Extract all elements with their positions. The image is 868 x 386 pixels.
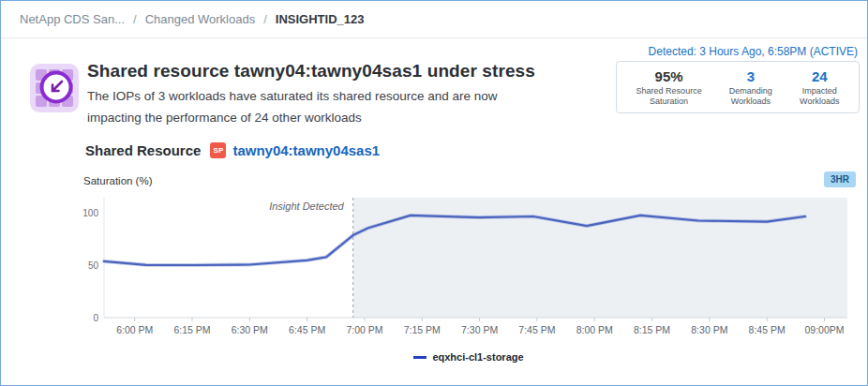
svg-text:8:15 PM: 8:15 PM [634, 324, 670, 335]
stat-demanding-workloads: 3 Demanding Workloads [729, 68, 772, 107]
insight-description-line1: The IOPs of 3 workloads have saturated i… [87, 89, 497, 103]
storage-pool-icon: SP [210, 142, 226, 158]
stat-label: Impacted Workloads [800, 86, 839, 107]
svg-text:6:30 PM: 6:30 PM [232, 324, 268, 335]
breadcrumb: NetApp CDS San... / Changed Workloads / … [1, 1, 867, 38]
svg-text:09:00PM: 09:00PM [804, 324, 844, 335]
svg-text:0: 0 [93, 313, 98, 323]
svg-text:100: 100 [83, 208, 98, 218]
insight-stats-box: 95% Shared Resource Saturation 3 Demandi… [616, 61, 860, 113]
svg-text:7:15 PM: 7:15 PM [404, 324, 441, 335]
breadcrumb-item-insight-id: INSIGHTID_123 [276, 12, 365, 26]
time-range-badge[interactable]: 3HR [824, 171, 856, 187]
stat-label: Demanding Workloads [729, 86, 772, 107]
svg-text:Insight Detected: Insight Detected [269, 200, 344, 212]
chart-legend[interactable]: eqxhci-cl1-storage [83, 351, 854, 363]
insight-description-line2: impacting the performance of 24 other wo… [87, 111, 362, 125]
breadcrumb-separator: / [133, 12, 137, 26]
svg-text:8:30 PM: 8:30 PM [691, 324, 727, 335]
shared-resource-link[interactable]: tawny04:tawny04sas1 [232, 142, 380, 158]
svg-text:7:00 PM: 7:00 PM [346, 324, 382, 335]
breadcrumb-separator: / [263, 12, 267, 26]
svg-text:8:45 PM: 8:45 PM [749, 324, 786, 335]
stat-impacted-workloads: 24 Impacted Workloads [800, 68, 839, 107]
svg-text:8:00 PM: 8:00 PM [576, 324, 613, 335]
svg-text:6:15 PM: 6:15 PM [173, 324, 210, 335]
svg-text:7:45 PM: 7:45 PM [518, 324, 555, 335]
breadcrumb-item-tenant[interactable]: NetApp CDS San... [20, 12, 125, 26]
chart-y-axis-title: Saturation (%) [83, 175, 153, 186]
stat-value: 3 [747, 68, 755, 84]
legend-series-label: eqxhci-cl1-storage [432, 351, 523, 363]
shared-resource-row: Shared Resource SP tawny04:tawny04sas1 [85, 142, 380, 158]
legend-swatch [413, 356, 427, 359]
saturation-chart[interactable]: 6:00 PM6:15 PM6:30 PM6:45 PM7:00 PM7:15 … [83, 191, 854, 343]
stat-value: 24 [812, 68, 828, 84]
shared-resource-label: Shared Resource [85, 142, 201, 158]
stat-value: 95% [655, 68, 683, 84]
svg-text:6:45 PM: 6:45 PM [289, 324, 325, 335]
svg-text:50: 50 [88, 260, 99, 271]
stat-label: Shared Resource Saturation [636, 86, 702, 107]
svg-text:6:00 PM: 6:00 PM [116, 324, 153, 335]
breadcrumb-item-changed-workloads[interactable]: Changed Workloads [145, 12, 256, 26]
page-title: Shared resource tawny04:tawny04sas1 unde… [87, 61, 535, 82]
shared-resource-stress-icon [29, 63, 80, 113]
insight-page: NetApp CDS San... / Changed Workloads / … [0, 0, 868, 386]
stat-shared-resource-saturation: 95% Shared Resource Saturation [636, 68, 702, 107]
detected-status-text: Detected: 3 Hours Ago, 6:58PM (ACTIVE) [649, 45, 858, 58]
svg-text:7:30 PM: 7:30 PM [461, 324, 498, 335]
